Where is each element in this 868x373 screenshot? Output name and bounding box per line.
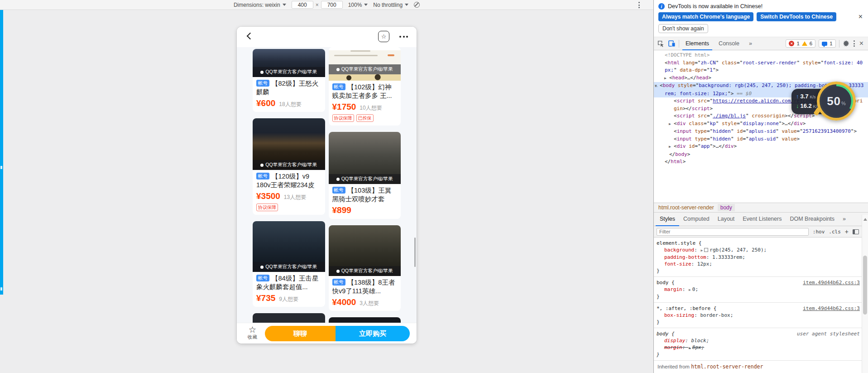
tab-console[interactable]: Console	[715, 37, 743, 50]
stylesheet-link[interactable]: item.49d44b62.css:3	[803, 279, 860, 286]
breadcrumb-body[interactable]: body	[718, 204, 735, 211]
devtools-close-icon[interactable]: ×	[858, 39, 865, 48]
device-height-input[interactable]	[321, 1, 343, 9]
product-image: QQ苹果官方客户端/苹果	[253, 221, 325, 272]
tab-computed[interactable]: Computed	[679, 213, 714, 226]
style-property[interactable]: display: block;	[657, 337, 860, 344]
no-throttle-icon[interactable]	[414, 2, 420, 8]
product-image	[329, 317, 401, 323]
sidebar-pane-icon[interactable]	[853, 229, 859, 234]
want-count: 3人想要	[360, 300, 379, 307]
match-language-button[interactable]: Always match Chrome's language	[658, 12, 753, 21]
screenshot-stage: Dimensions: weixin × 100% No throttling …	[0, 0, 868, 373]
product-card[interactable]: QQ苹果官方客户端/苹果 帐号【84级】王击星象火麒麟套超值... ¥735 9…	[253, 221, 325, 307]
style-property[interactable]: margin: ▶0;	[657, 286, 860, 293]
scrollbar-thumb[interactable]	[863, 256, 867, 315]
info-icon: i	[658, 3, 665, 10]
toolbar-kebab-menu[interactable]	[638, 2, 640, 8]
tab-styles[interactable]: Styles	[656, 213, 679, 226]
tree-line[interactable]: <html lang="zh-CN" class="root-server-re…	[654, 59, 868, 74]
chat-button[interactable]: 聊聊	[265, 326, 336, 341]
style-property[interactable]: box-sizing: border-box;	[657, 312, 860, 319]
product-card-partial[interactable]	[253, 313, 325, 323]
styles-scrollbar[interactable]	[862, 215, 868, 373]
bookmark-star-icon[interactable]: ☆	[378, 31, 389, 42]
tree-line[interactable]: ▶<head>…</head>	[654, 74, 868, 82]
product-card[interactable]: QQ苹果官方客户端/苹果 帐号【103级】王翼黑骑士双喷妙才套 ¥899	[329, 132, 401, 219]
dimensions-select[interactable]: Dimensions: weixin	[234, 2, 286, 8]
style-property[interactable]: background: ▶rgb(245, 247, 250);	[657, 247, 860, 254]
product-card[interactable]: QQ苹果官方客户端/苹果 帐号【82级】王怒火麒麟 ¥600 18人想要	[253, 49, 325, 112]
dimensions-times: ×	[316, 2, 319, 8]
throttling-select[interactable]: No throttling	[373, 2, 408, 8]
zoom-select[interactable]: 100%	[348, 2, 368, 8]
product-image: QQ苹果官方客户端/苹果	[329, 50, 401, 81]
hov-toggle[interactable]: :hov	[813, 229, 825, 235]
download-arrow-icon: ↓	[796, 102, 799, 111]
tree-line[interactable]: ▶<div id="app">…</div>	[654, 143, 868, 151]
product-card-partial[interactable]	[329, 317, 401, 323]
product-feed[interactable]: QQ苹果官方客户端/苹果 帐号【82级】王怒火麒麟 ¥600 18人想要	[237, 47, 417, 323]
more-menu-icon[interactable]	[399, 36, 408, 38]
elements-tree: <!DOCTYPE html><html lang="zh-CN" class=…	[654, 50, 868, 203]
devtools-tabbar: Elements Console » × 1 6 1 ×	[654, 37, 868, 50]
warning-count: 6	[810, 41, 812, 46]
tree-line[interactable]: </body>	[654, 151, 868, 159]
tab-dom-breakpoints[interactable]: DOM Breakpoints	[786, 213, 839, 226]
notification-close-icon[interactable]: ×	[858, 14, 863, 20]
product-card[interactable]: QQ苹果官方客户端/苹果 帐号【120级】v9 180v王者荣耀234皮 ¥35…	[253, 118, 325, 215]
devtools-kebab-menu[interactable]	[854, 40, 855, 47]
tree-line[interactable]: <input type="hidden" id="aplus-uid" valu…	[654, 136, 868, 143]
tab-elements[interactable]: Elements	[682, 37, 712, 50]
product-card[interactable]: QQ苹果官方客户端/苹果 帐号【138级】8王者 快v9了111英雄... ¥4…	[329, 225, 401, 311]
apple-icon	[260, 71, 264, 74]
inspect-element-icon[interactable]	[657, 40, 665, 48]
breadcrumb: html.root-server-render body	[654, 203, 868, 213]
style-rule[interactable]: item.49d44b62.css:3*, :after, :before {b…	[654, 303, 862, 328]
style-property[interactable]: font-size: 12px;	[657, 261, 860, 267]
switch-chinese-button[interactable]: Switch DevTools to Chinese	[757, 12, 836, 21]
favorite-button[interactable]: ☆ 收藏	[248, 325, 257, 339]
style-rule[interactable]: user agent stylesheetbody {display: bloc…	[654, 328, 862, 361]
breadcrumb-html[interactable]: html.root-server-render	[657, 204, 716, 211]
image-watermark: QQ苹果官方客户端/苹果	[329, 266, 401, 276]
console-status-badges[interactable]: × 1 6	[786, 39, 815, 48]
back-icon[interactable]	[247, 33, 254, 40]
stylesheet-link[interactable]: item.49d44b62.css:3	[803, 305, 860, 312]
new-style-rule-button[interactable]: +	[845, 228, 849, 235]
issues-badge[interactable]: 1	[819, 39, 835, 48]
style-rule[interactable]: item.49d44b62.css:3body {margin: ▶0;}	[654, 277, 862, 303]
account-badge: 帐号	[256, 173, 269, 179]
tab-layout[interactable]: Layout	[714, 213, 739, 226]
styles-filter-input[interactable]	[657, 228, 809, 236]
product-card[interactable]: QQ苹果官方客户端/苹果 帐号【102级】幻神贱卖加王者多多 王... ¥175…	[329, 47, 401, 126]
buy-now-button[interactable]: 立即购买	[336, 326, 410, 341]
style-property[interactable]: padding-bottom: 1.33333rem;	[657, 254, 860, 261]
tree-line[interactable]: </html>	[654, 158, 868, 166]
stylesheet-link[interactable]: user agent stylesheet	[797, 330, 860, 337]
bottom-action-bar: ☆ 收藏 聊聊 立即购买	[237, 323, 417, 344]
style-rule[interactable]: element.style {background: ▶rgb(245, 247…	[654, 237, 862, 277]
tree-line[interactable]: ▶<div class="kp" style="display:none">…<…	[654, 120, 868, 128]
dimensions-label: Dimensions: weixin	[234, 2, 280, 8]
tab-event-listeners[interactable]: Event Listeners	[739, 213, 786, 226]
more-tabs-icon[interactable]: »	[746, 37, 755, 50]
tree-line[interactable]: <input type="hidden" id="aplus-sid" valu…	[654, 128, 868, 136]
upload-arrow-icon: ↑	[796, 92, 799, 101]
style-property[interactable]: margin: ▶8px;	[657, 344, 860, 351]
want-count: 13人想要	[284, 194, 306, 201]
scroll-up-icon[interactable]	[863, 218, 867, 221]
cls-toggle[interactable]: .cls	[829, 229, 841, 235]
product-price: ¥4000	[332, 297, 356, 307]
tree-line[interactable]: <!DOCTYPE html>	[654, 52, 868, 59]
issues-icon	[822, 42, 827, 46]
account-badge: 帐号	[256, 275, 269, 281]
performance-gauge-overlay[interactable]: 50 %	[817, 82, 856, 121]
device-toolbar-icon[interactable]	[668, 40, 676, 48]
product-image	[253, 313, 325, 323]
device-width-input[interactable]	[292, 1, 313, 9]
phone-scrollbar-thumb[interactable]	[414, 237, 416, 267]
more-sidebar-tabs-icon[interactable]: »	[839, 213, 850, 226]
gear-icon[interactable]	[843, 40, 850, 48]
dont-show-again-button[interactable]: Don't show again	[658, 24, 708, 33]
